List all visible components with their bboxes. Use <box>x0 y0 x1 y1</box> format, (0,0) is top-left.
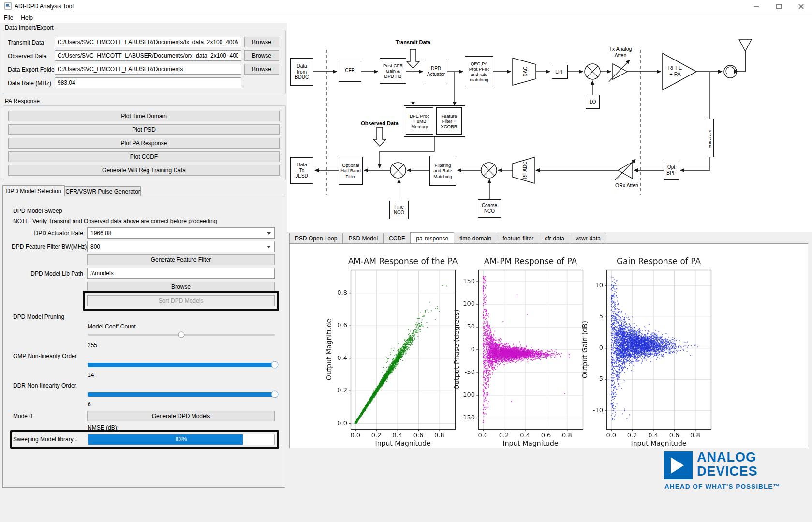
pa-response-plots <box>290 244 808 448</box>
plot-psd-button[interactable]: Plot PSD <box>8 124 280 135</box>
gmp-order-label: GMP Non-linearity Order <box>13 353 77 359</box>
coeff-count-label: Model Coeff Count <box>88 323 136 330</box>
rffe-pa-label: RFFE + PA <box>664 65 686 77</box>
block-fine-nco: Fine NCO <box>389 201 409 219</box>
tx-analog-atten-label: Tx Analog Atten <box>602 46 639 58</box>
sweep-status-label: Sweeping Model library... <box>13 436 78 443</box>
model-coeff-slider[interactable] <box>88 331 275 339</box>
block-optional-hbf: Optional Half Band Filter <box>339 157 363 185</box>
block-lpf: LPF <box>552 65 568 79</box>
adi-brand-line2: DEVICES <box>697 464 758 478</box>
slider-handle[interactable] <box>271 391 279 398</box>
close-button[interactable] <box>790 0 812 13</box>
progress-percent: 83% <box>88 436 274 443</box>
actuator-rate-combobox[interactable]: 1966.08 <box>87 227 275 239</box>
slider-handle[interactable] <box>271 361 279 369</box>
minimize-button[interactable] <box>745 0 768 13</box>
close-icon <box>798 4 804 9</box>
plot-time-domain-button[interactable]: Plot Time Domain <box>8 111 280 121</box>
adi-brand-line1: ANALOG <box>697 450 758 464</box>
app-icon <box>4 2 12 11</box>
block-dpd-actuator: DPD Actuator <box>425 59 447 84</box>
transmit-data-input[interactable] <box>55 37 241 47</box>
block-opt-bpf: Opt BPF <box>664 161 679 180</box>
menubar: File Help <box>0 13 812 23</box>
block-dac: DAC <box>523 66 528 76</box>
export-folder-browse-button[interactable]: Browse <box>244 64 279 75</box>
observed-data-input[interactable] <box>55 50 241 61</box>
feature-bw-combobox[interactable]: 800 <box>87 241 275 252</box>
maximize-icon <box>776 4 782 9</box>
observed-data-label: Observed Data <box>348 120 411 127</box>
gmp-order-slider[interactable] <box>88 360 275 369</box>
tab-ccdf[interactable]: CCDF <box>383 233 411 244</box>
ddr-order-label: DDR Non-linearity Order <box>13 382 76 389</box>
ddr-order-slider[interactable] <box>88 390 275 399</box>
actuator-rate-value: 1966.08 <box>90 230 111 237</box>
block-data-to-jesd: Data To JESD <box>290 157 313 184</box>
atten-label: atten <box>708 128 713 148</box>
mode-label: Mode 0 <box>13 413 32 419</box>
export-folder-label: Data Export Folder <box>8 66 57 73</box>
transmit-data-arrow-icon <box>407 49 419 68</box>
data-rate-input[interactable] <box>55 77 241 88</box>
generate-dpd-models-button[interactable]: Generate DPD Models <box>87 411 275 421</box>
tab-cfr-vswr-pulse-generator[interactable]: CFR/VSWR Pulse Generator <box>65 186 141 196</box>
menu-help[interactable]: Help <box>17 14 37 22</box>
lib-path-input[interactable] <box>87 268 275 279</box>
tab-time-domain[interactable]: time-domain <box>454 233 497 244</box>
nmse-label: NMSE (dB): <box>88 424 118 431</box>
sort-dpd-models-button[interactable]: Sort DPD Models <box>87 295 275 306</box>
block-rf-adc: RF ADC <box>522 162 528 179</box>
data-import-group-label: Data Import/Export <box>4 24 55 31</box>
slider-fill <box>88 392 275 397</box>
sweep-note: NOTE: Verify Transmit and Observed data … <box>13 218 217 224</box>
tab-cfr-data[interactable]: cfr-data <box>539 233 570 244</box>
adi-tagline: AHEAD OF WHAT'S POSSIBLE™ <box>664 483 780 490</box>
observed-data-arrow-icon <box>373 127 386 146</box>
minimize-icon <box>754 4 759 9</box>
menu-file[interactable]: File <box>0 14 17 22</box>
generate-wb-reg-button[interactable]: Generate WB Reg Training Data <box>8 165 280 176</box>
tab-pa-response[interactable]: pa-response <box>410 232 454 244</box>
plot-tabbar: PSD Open Loop PSD Model CCDF pa-response… <box>289 232 606 244</box>
dpd-model-sweep-title: DPD Model Sweep <box>13 208 62 214</box>
block-filtering: Filtering and Rate Matching <box>429 156 456 186</box>
transmit-data-label: Transmit Data <box>8 39 44 46</box>
block-post-cfr: Post CFR Gain & DPD HB <box>380 58 406 84</box>
plot-pa-response-button[interactable]: Plot PA Response <box>8 138 280 149</box>
generate-feature-filter-button[interactable]: Generate Feature Filter <box>87 254 275 265</box>
lib-path-label: DPD Model Lib Path <box>12 270 83 277</box>
adi-triangle-icon <box>671 457 684 474</box>
block-coarse-nco: Coarse NCO <box>478 199 501 218</box>
sweep-progress-bar: 83% <box>88 434 275 445</box>
actuator-rate-label: DPD Actuator Rate <box>12 230 83 237</box>
transmit-data-label: Transmit Data <box>382 39 444 45</box>
tab-psd-model[interactable]: PSD Model <box>342 233 384 244</box>
tab-vswr-data[interactable]: vswr-data <box>570 233 606 244</box>
lib-path-browse-button[interactable]: Browse <box>87 282 275 292</box>
block-data-from-bduc: Data from BDUC <box>290 58 313 86</box>
observed-data-label: Observed Data <box>8 53 47 60</box>
observed-data-browse-button[interactable]: Browse <box>244 50 279 61</box>
tab-dpd-model-selection[interactable]: DPD Model Selection <box>2 185 65 196</box>
gmp-order-value: 14 <box>88 372 94 378</box>
pa-response-group-label: PA Response <box>4 98 41 104</box>
plot-ccdf-button[interactable]: Plot CCDF <box>8 151 280 162</box>
chevron-down-icon <box>267 232 271 235</box>
feature-bw-label: DPD Feature Filter BW(MHz) <box>12 243 83 250</box>
coeff-count-value: 255 <box>88 342 97 349</box>
chevron-down-icon <box>267 246 271 248</box>
transmit-data-browse-button[interactable]: Browse <box>244 37 279 47</box>
window-title: ADI-DPD Analysis Tool <box>15 3 74 10</box>
tab-feature-filter[interactable]: feature-filter <box>497 233 539 244</box>
block-feature-filter: Feature Filter + XCORR <box>436 107 462 135</box>
export-folder-input[interactable] <box>55 64 241 75</box>
slider-handle[interactable] <box>178 332 184 338</box>
maximize-button[interactable] <box>768 0 790 13</box>
tab-psd-open-loop[interactable]: PSD Open Loop <box>289 233 343 244</box>
block-lo: LO <box>586 95 600 109</box>
titlebar: ADI-DPD Analysis Tool <box>0 0 812 13</box>
pruning-title: DPD Model Pruning <box>13 313 64 320</box>
orx-atten-label: ORx Atten <box>610 182 644 189</box>
